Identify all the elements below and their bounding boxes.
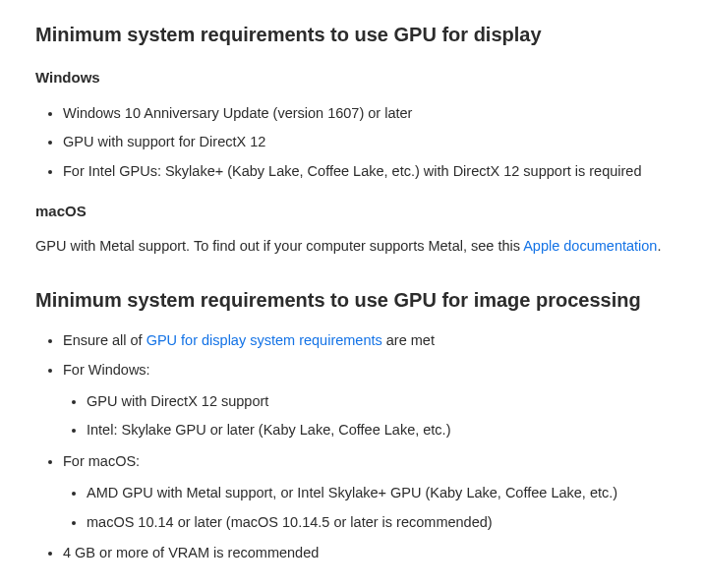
text-before-link: GPU with Metal support. To find out if y… — [35, 238, 523, 254]
windows-sublist: GPU with DirectX 12 support Intel: Skyla… — [63, 391, 668, 442]
image-processing-requirements-list: Ensure all of GPU for display system req… — [35, 330, 668, 564]
text-after-link: . — [657, 238, 661, 254]
list-item: 4 GB or more of VRAM is recommended — [63, 543, 668, 564]
list-item: GPU with support for DirectX 12 — [63, 132, 668, 153]
list-item: For macOS: AMD GPU with Metal support, o… — [63, 451, 668, 533]
windows-requirements-list: Windows 10 Anniversary Update (version 1… — [35, 103, 668, 183]
list-item: AMD GPU with Metal support, or Intel Sky… — [87, 483, 668, 504]
section2-heading: Minimum system requirements to use GPU f… — [35, 285, 668, 315]
text-after-link: are met — [382, 332, 435, 348]
apple-documentation-link[interactable]: Apple documentation — [523, 238, 657, 254]
list-item: For Windows: GPU with DirectX 12 support… — [63, 360, 668, 441]
macos-subheading: macOS — [35, 201, 668, 223]
macos-requirement-text: GPU with Metal support. To find out if y… — [35, 236, 668, 258]
windows-sublist-label: For Windows: — [63, 362, 150, 378]
macos-sublist: AMD GPU with Metal support, or Intel Sky… — [63, 483, 668, 534]
windows-subheading: Windows — [35, 67, 668, 89]
text-before-link: Ensure all of — [63, 332, 146, 348]
list-item: Ensure all of GPU for display system req… — [63, 330, 668, 352]
gpu-display-requirements-link[interactable]: GPU for display system requirements — [146, 332, 382, 348]
section1-heading: Minimum system requirements to use GPU f… — [35, 20, 668, 49]
list-item: For Intel GPUs: Skylake+ (Kaby Lake, Cof… — [63, 161, 668, 183]
list-item: Intel: Skylake GPU or later (Kaby Lake, … — [87, 420, 668, 441]
list-item: GPU with DirectX 12 support — [87, 391, 668, 413]
list-item: Windows 10 Anniversary Update (version 1… — [63, 103, 668, 125]
list-item: macOS 10.14 or later (macOS 10.14.5 or l… — [87, 512, 668, 534]
macos-sublist-label: For macOS: — [63, 453, 140, 469]
